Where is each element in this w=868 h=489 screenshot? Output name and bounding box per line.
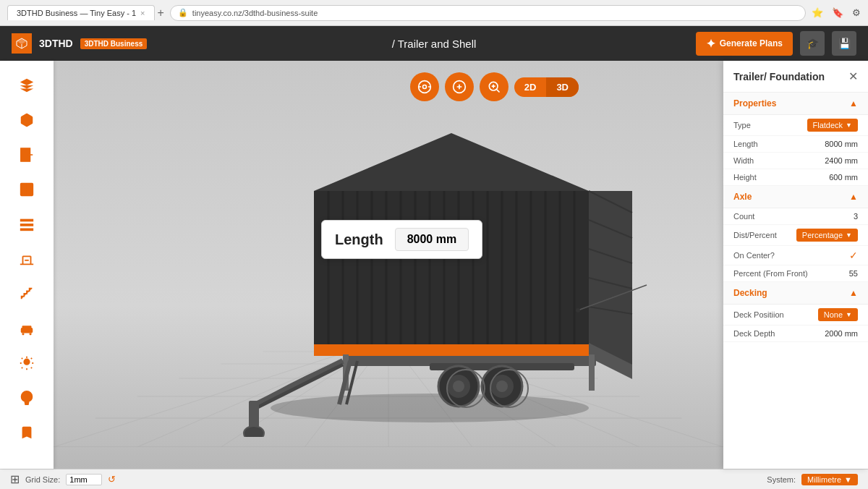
sidebar-icon-window[interactable] [11,174,43,205]
svg-point-31 [271,394,589,422]
sidebar-icon-paint[interactable] [11,382,43,414]
sidebar-icon-box[interactable] [11,104,43,136]
browser-tabs: 3DTHD Business — Tiny Easy - 1 × + [7,5,164,20]
svg-rect-55 [589,191,632,344]
sidebar-icon-light[interactable] [11,347,43,379]
sidebar-icon-furniture[interactable] [11,312,43,344]
svg-point-78 [244,426,264,437]
grid-reset-button[interactable]: ↺ [108,474,116,485]
new-tab-button[interactable]: + [158,7,164,20]
dist-dropdown-arrow: ▼ [846,231,852,239]
type-dropdown[interactable]: Flatdeck ▼ [807,119,859,132]
svg-rect-34 [314,191,589,344]
type-row: Type Flatdeck ▼ [723,115,868,136]
main-content: Length 8000 mm [0,61,868,469]
browser-tab[interactable]: 3DTHD Business — Tiny Easy - 1 × [7,5,155,20]
system-label: System: [767,475,796,484]
svg-point-15 [24,360,29,365]
axle-section-header[interactable]: Axle ▲ [723,186,868,208]
axle-toggle-icon[interactable]: ▲ [849,192,858,202]
view-controls: 2D 3D [410,72,579,101]
sidebar-icon-wall[interactable] [11,208,43,240]
width-value: 2400 mm [825,156,858,165]
hat-icon-button[interactable]: 🎓 [800,31,825,56]
grid-icon: ⊞ [10,472,20,486]
status-bar: ⊞ Grid Size: ↺ System: Millimetre ▼ [0,469,868,489]
properties-section-title: Properties [733,98,776,109]
panel-close-button[interactable]: ✕ [848,69,858,83]
axle-section-title: Axle [733,192,752,202]
view-2d-3d-toggle[interactable]: 2D 3D [514,77,579,97]
svg-line-86 [497,90,500,93]
logo-text: 3DTHD [39,38,73,49]
count-row: Count 3 [723,208,868,225]
view-3d-button[interactable]: 3D [546,77,579,97]
view-2d-button[interactable]: 2D [514,77,547,97]
tooltip-value: 8000 mm [395,228,469,251]
sidebar-icon-stairs[interactable] [11,278,43,310]
svg-rect-11 [21,328,33,333]
svg-rect-8 [20,219,33,222]
deckposition-row: Deck Positiion None ▼ [723,305,868,326]
svg-rect-14 [30,333,32,335]
svg-point-72 [496,380,508,392]
view-zoom-button[interactable] [480,72,509,101]
svg-point-4 [27,154,29,156]
unit-dropdown[interactable]: Millimetre ▼ [801,474,858,485]
logo-area: 3DTHD 3DTHD Business [12,33,147,54]
deckposition-value: None [824,310,843,319]
oncenter-row: On Center? ✓ [723,246,868,265]
address-bar[interactable]: 🔒 tinyeasy.co.nz/3dthd-business-suite [170,5,806,21]
viewport[interactable]: Length 8000 mm [54,61,723,469]
view-pan-button[interactable] [445,72,474,101]
length-row: Length 8000 mm [723,136,868,153]
save-icon-button[interactable]: 💾 [832,31,856,56]
sidebar-icon-layers[interactable] [11,69,43,101]
sidebar-icon-door[interactable] [11,139,43,171]
header-title: / Trailer and Shell [392,38,477,50]
logo-cube [12,33,32,54]
decking-toggle-icon[interactable]: ▲ [849,288,858,298]
unit-value: Millimetre [807,475,841,484]
svg-rect-65 [589,354,595,391]
type-label: Type [733,121,751,129]
count-value: 3 [854,212,858,221]
properties-toggle-icon[interactable]: ▲ [849,98,858,109]
grid-size-label: Grid Size: [25,475,60,484]
deckdepth-row: Deck Depth 2000 mm [723,326,868,342]
svg-point-82 [576,308,580,312]
dist-dropdown[interactable]: Percentage ▼ [796,229,858,242]
header-actions: ✦ Generate Plans 🎓 💾 [696,31,856,56]
dist-row: Dist/Percent Percentage ▼ [723,225,868,246]
generate-plans-label: Generate Plans [720,38,783,48]
status-right: System: Millimetre ▼ [767,474,858,485]
length-tooltip: Length 8000 mm [321,220,482,259]
right-panel: Trailer/ Foundation ✕ Properties ▲ Type … [723,61,868,469]
dist-value: Percentage [802,231,843,239]
url-text: tinyeasy.co.nz/3dthd-business-suite [192,9,318,17]
svg-rect-9 [20,224,33,226]
width-row: Width 2400 mm [723,153,868,169]
view-orbit-button[interactable] [410,72,439,101]
sidebar-icon-bookmark[interactable] [11,417,43,448]
generate-plans-button[interactable]: ✦ Generate Plans [696,32,793,56]
percent-value: 55 [849,269,858,278]
svg-marker-1 [17,38,27,44]
deckposition-dropdown[interactable]: None ▼ [818,308,858,321]
sidebar-icon-floor[interactable] [11,243,43,275]
count-label: Count [733,212,754,221]
percent-row: Percent (From Front) 55 [723,265,868,282]
tab-title: 3DTHD Business — Tiny Easy - 1 [17,9,136,17]
deckdepth-value: 2000 mm [825,329,858,338]
svg-rect-12 [22,326,32,328]
svg-marker-53 [314,133,589,191]
left-sidebar [0,61,54,469]
deckposition-label: Deck Positiion [733,310,784,319]
decking-section-header[interactable]: Decking ▲ [723,282,868,305]
tab-close-icon[interactable]: × [140,9,145,17]
grid-label-text: Grid Size: [25,475,60,484]
grid-size-input[interactable] [66,474,102,485]
trailer-3d-model [184,119,676,437]
properties-section-header[interactable]: Properties ▲ [723,93,868,115]
browser-controls: ⭐🔖⚙ [812,7,861,18]
